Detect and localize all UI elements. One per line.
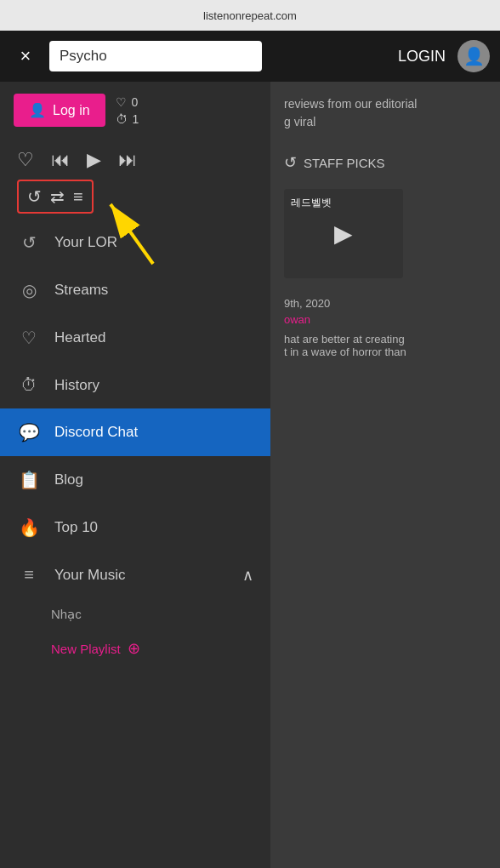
sidebar-item-label: Discord Chat (54, 424, 138, 441)
login-button[interactable]: LOGIN (398, 48, 446, 66)
person-icon: 👤 (29, 102, 46, 118)
content-bottom: 9th, 2020 owan hat are better at creatin… (270, 287, 500, 368)
sidebar-item-hearted[interactable]: ♡ Hearted (0, 314, 270, 362)
sidebar-item-label: Streams (54, 282, 108, 299)
sidebar-login-button[interactable]: 👤 Log in (14, 94, 105, 127)
your-music-label: Your Music (54, 567, 125, 584)
content-snippet-1: reviews from our editorial g viral (270, 82, 500, 145)
streams-icon: ◎ (17, 280, 41, 300)
user-icon: 👤 (463, 46, 485, 66)
new-playlist-item[interactable]: New Playlist ⊕ (0, 631, 270, 666)
history-stat: ⏱ 1 (116, 112, 139, 126)
heart-icon: ♡ (116, 95, 127, 109)
sidebar-item-label: Top 10 (54, 519, 98, 536)
avatar[interactable]: 👤 (457, 40, 490, 72)
video-thumbnail[interactable]: 레드벨벳 ▶ (284, 189, 403, 278)
your-music-icon: ≡ (17, 565, 41, 585)
sidebar-item-top-10[interactable]: 🔥 Top 10 (0, 504, 270, 551)
sidebar-item-label: Blog (54, 471, 83, 488)
main-content: reviews from our editorial g viral ↺ STA… (270, 82, 500, 868)
play-icon: ▶ (334, 220, 353, 248)
chevron-up-icon: ∧ (242, 566, 253, 585)
sidebar: 👤 Log in ♡ 0 ⏱ 1 ♡ ⏮ ▶ ⏭ ↺ ⇄ ≡ ↺ (0, 82, 270, 868)
player-controls: ♡ ⏮ ▶ ⏭ ↺ ⇄ ≡ (0, 139, 270, 219)
next-button[interactable]: ⏭ (118, 149, 137, 171)
play-button[interactable]: ▶ (87, 149, 101, 171)
staff-picks-label: STAFF PICKS (304, 156, 385, 170)
sidebar-item-blog[interactable]: 📋 Blog (0, 456, 270, 504)
hearted-icon: ♡ (17, 328, 41, 348)
header-right: LOGIN 👤 (398, 40, 490, 72)
article-date: 9th, 2020 (284, 297, 486, 310)
sidebar-item-history[interactable]: ⏱ History (0, 362, 270, 408)
sidebar-item-your-music[interactable]: ≡ Your Music ∧ (0, 551, 270, 598)
playlist-nhac[interactable]: Nhạc (0, 598, 270, 631)
top-header: × Psycho LOGIN 👤 (0, 31, 500, 82)
mode-controls-row: ↺ ⇄ ≡ (17, 180, 94, 214)
playback-row: ♡ ⏮ ▶ ⏭ (17, 149, 253, 171)
staff-picks-row: ↺ STAFF PICKS (270, 145, 500, 180)
blog-icon: 📋 (17, 470, 41, 490)
browser-bar: listenonrepeat.com (0, 0, 500, 31)
sidebar-item-label: History (54, 377, 99, 394)
sidebar-item-streams[interactable]: ◎ Streams (0, 266, 270, 314)
shuffle-button[interactable]: ⇄ (50, 186, 65, 207)
history-icon: ⏱ (17, 375, 41, 395)
discord-icon: 💬 (17, 422, 41, 443)
sidebar-item-label: Hearted (54, 329, 105, 346)
add-icon: ⊕ (128, 639, 140, 658)
lor-icon: ↺ (17, 232, 41, 253)
hearts-stat: ♡ 0 (116, 95, 139, 109)
search-input[interactable]: Psycho (49, 41, 262, 71)
close-button[interactable]: × (10, 41, 41, 71)
thumb-overlay: 레드벨벳 ▶ (284, 189, 403, 278)
login-area: 👤 Log in ♡ 0 ⏱ 1 (0, 82, 270, 139)
clock-icon: ⏱ (116, 112, 128, 126)
staff-picks-icon: ↺ (284, 153, 297, 172)
sidebar-item-your-lor[interactable]: ↺ Your LOR (0, 219, 270, 266)
queue-button[interactable]: ≡ (73, 187, 83, 207)
sidebar-item-discord-chat[interactable]: 💬 Discord Chat (0, 408, 270, 456)
sidebar-item-label: Your LOR (54, 234, 117, 251)
browser-url: listenonrepeat.com (203, 9, 297, 22)
heart-control[interactable]: ♡ (17, 149, 34, 171)
stats-area: ♡ 0 ⏱ 1 (116, 95, 139, 126)
repeat-button[interactable]: ↺ (27, 186, 42, 207)
new-playlist-label: New Playlist (51, 642, 121, 656)
article-snippet-2: t in a wave of horror than (284, 345, 486, 358)
article-author[interactable]: owan (284, 313, 486, 326)
prev-button[interactable]: ⏮ (51, 149, 70, 171)
top10-icon: 🔥 (17, 517, 41, 538)
thumb-title: 레드벨벳 (291, 196, 332, 210)
article-snippet-1: hat are better at creating (284, 333, 486, 345)
